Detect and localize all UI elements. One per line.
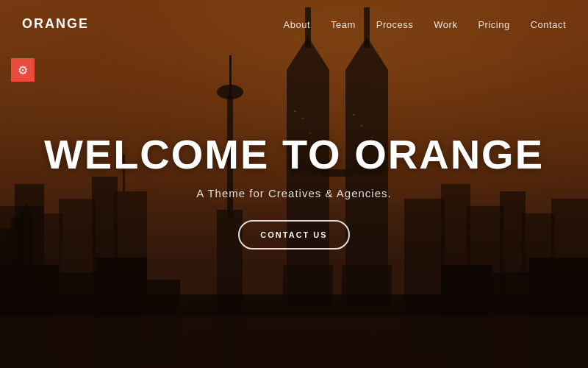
hero-section: ORANGE About Team Process Work Pricing C…: [0, 0, 588, 368]
cta-button[interactable]: CONTACT US: [238, 220, 349, 250]
hero-content: WELCOME TO ORANGE A Theme for Creatives …: [0, 0, 588, 368]
hero-subtitle: A Theme for Creatives & Agencies.: [196, 187, 391, 199]
hero-title: WELCOME TO ORANGE: [44, 133, 544, 177]
